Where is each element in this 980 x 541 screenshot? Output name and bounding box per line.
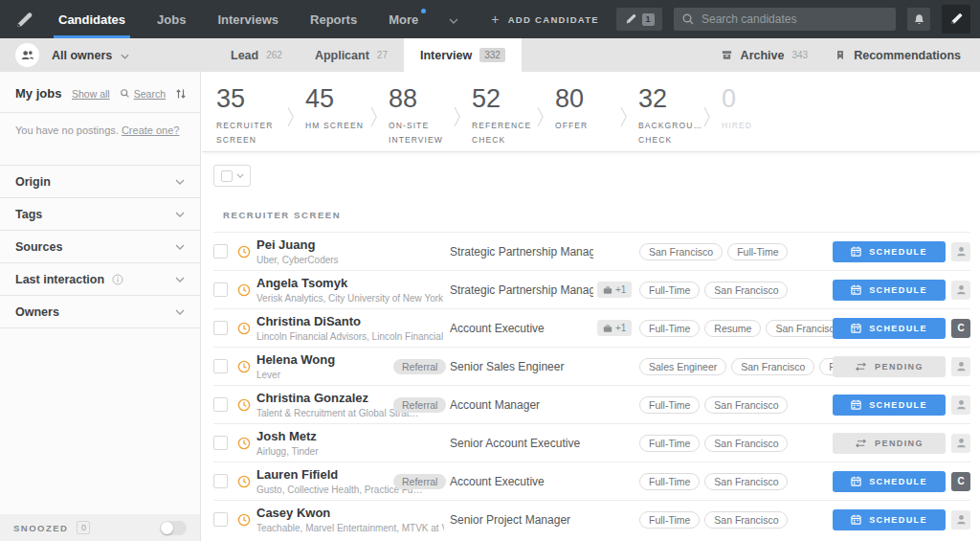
referral-badge: Referral	[393, 397, 446, 413]
calendar-icon	[851, 323, 861, 333]
stage-recruiter-screen[interactable]: 35 RECRUITER SCREEN	[202, 72, 291, 151]
bell-icon	[913, 13, 925, 26]
schedule-button[interactable]: SCHEDULE	[833, 241, 946, 262]
stage-offer[interactable]: 80 OFFER	[541, 72, 624, 151]
snoozed-label: SNOOZED	[13, 523, 68, 533]
calendar-icon	[851, 476, 861, 486]
sidebar-section-sources[interactable]: Sources	[0, 231, 200, 263]
stage-name: OFFER	[555, 119, 624, 133]
topnav-actions: + ADD CANDIDATE 1	[485, 5, 970, 34]
row-checkbox[interactable]	[213, 397, 228, 412]
sidebar: My jobs Show all Search You have no post…	[0, 72, 201, 541]
stage-count: 52	[472, 84, 541, 114]
archive-button[interactable]: Archive 343	[721, 49, 809, 62]
schedule-button[interactable]: SCHEDULE	[833, 280, 946, 301]
row-actions: SCHEDULE	[833, 394, 970, 416]
stage-backgrou-check[interactable]: 32 BACKGROU… CHECK	[624, 72, 707, 151]
candidate-name[interactable]: Pei Juang	[256, 237, 444, 252]
candidate-name[interactable]: Christina DiSanto	[256, 314, 444, 328]
recommendations-button[interactable]: Recommendations	[835, 49, 961, 62]
sidebar-section-owners[interactable]: Owners	[0, 296, 200, 328]
row-avatar[interactable]	[951, 395, 970, 415]
sidebar-section-last-interaction[interactable]: Last interaction	[0, 263, 200, 296]
schedule-button[interactable]: SCHEDULE	[833, 471, 946, 492]
calendar-icon	[851, 284, 861, 295]
schedule-button[interactable]: SCHEDULE	[833, 318, 946, 339]
row-avatar[interactable]	[951, 434, 970, 453]
row-avatar[interactable]: C	[951, 472, 970, 491]
stage-hired[interactable]: 0 HIRED	[707, 72, 980, 151]
candidate-name[interactable]: Angela Tsomyk	[256, 276, 444, 290]
tag-pill: Full-Time	[639, 435, 700, 452]
search-candidates-input[interactable]	[674, 8, 896, 31]
select-all-control[interactable]	[213, 165, 251, 187]
nav-item-jobs[interactable]: Jobs	[154, 0, 189, 38]
row-checkbox[interactable]	[213, 512, 228, 527]
nav-item-label: Candidates	[58, 12, 125, 27]
stage-hm-screen[interactable]: 45 HM SCREEN	[291, 72, 374, 151]
pending-button[interactable]: PENDING	[833, 433, 946, 454]
candidate-row: Angela Tsomyk Verisk Analytics, City Uni…	[213, 270, 970, 308]
people-icon	[15, 43, 39, 67]
create-one-link[interactable]: Create one?	[122, 124, 180, 136]
stage-on-site-interview[interactable]: 88 ON-SITE INTERVIEW	[374, 72, 457, 151]
candidate-name[interactable]: Josh Metz	[256, 429, 444, 443]
row-checkbox[interactable]	[213, 321, 228, 335]
row-avatar[interactable]: C	[951, 319, 970, 338]
row-avatar[interactable]	[951, 357, 970, 376]
chevron-down-icon	[121, 54, 129, 59]
add-candidate-button[interactable]: + ADD CANDIDATE	[485, 11, 605, 27]
pending-button[interactable]: PENDING	[833, 356, 946, 377]
tab-applicant[interactable]: Applicant 27	[299, 38, 404, 72]
row-checkbox[interactable]	[213, 474, 228, 488]
select-all-checkbox[interactable]	[221, 170, 233, 182]
sort-icon[interactable]	[175, 88, 187, 100]
candidate-row: Christina Gonzalez Talent & Recruitment …	[213, 385, 970, 423]
row-avatar[interactable]	[951, 510, 970, 530]
clock-status-icon	[237, 283, 251, 297]
candidate-identity: Casey Kwon Teachable, Marvel Entertainme…	[256, 506, 444, 533]
row-avatar[interactable]	[951, 281, 970, 300]
action-label: SCHEDULE	[869, 247, 927, 257]
show-all-link[interactable]: Show all	[72, 88, 110, 100]
nav-item-candidates[interactable]: Candidates	[56, 0, 128, 38]
nav-item-reports[interactable]: Reports	[307, 0, 360, 38]
row-checkbox[interactable]	[213, 359, 228, 373]
schedule-button[interactable]: SCHEDULE	[833, 394, 946, 416]
tag-list: San FranciscoFull-Time	[639, 243, 833, 260]
row-checkbox[interactable]	[213, 244, 228, 259]
tab-lead[interactable]: Lead 262	[214, 38, 299, 72]
clock-status-icon	[237, 245, 251, 259]
schedule-button[interactable]: SCHEDULE	[833, 509, 946, 530]
pipeline-stages: 35 RECRUITER SCREEN 45 HM SCREEN 88 ON-S…	[202, 72, 980, 152]
jobs-search-link[interactable]: Search	[120, 88, 166, 100]
plus-icon: +	[491, 11, 500, 27]
row-avatar[interactable]	[951, 242, 970, 261]
sidebar-section-origin[interactable]: Origin	[0, 166, 200, 198]
stage-count: 35	[216, 84, 291, 114]
stage-reference-check[interactable]: 52 REFERENCE CHECK	[457, 72, 541, 151]
quick-note-button[interactable]	[942, 5, 970, 34]
candidate-row: Pei Juang Uber, CyberCoders Strategic Pa…	[213, 232, 970, 270]
candidate-name[interactable]: Casey Kwon	[256, 506, 444, 520]
tag-list: Full-TimeSan Francisco	[639, 435, 833, 452]
more-caret-icon[interactable]	[449, 18, 458, 24]
stage-separator-icon	[370, 106, 378, 127]
notifications-button[interactable]	[907, 8, 930, 31]
row-actions: PENDING	[833, 356, 970, 377]
row-checkbox[interactable]	[213, 436, 228, 450]
row-checkbox[interactable]	[213, 282, 228, 297]
briefcase-count: +1	[615, 323, 626, 333]
nav-item-more[interactable]: More	[386, 0, 421, 38]
snoozed-toggle[interactable]	[160, 521, 187, 535]
notification-dot	[421, 9, 426, 13]
compose-button[interactable]: 1	[616, 8, 662, 31]
nav-item-interviews[interactable]: Interviews	[214, 0, 281, 38]
tab-interview[interactable]: Interview 332	[404, 38, 522, 72]
owners-filter[interactable]: All owners	[0, 38, 201, 72]
person-icon	[955, 398, 968, 411]
tag-pill: San Francisco	[704, 396, 788, 414]
sidebar-section-tags[interactable]: Tags	[0, 198, 200, 231]
tag-pill: San Francisco	[704, 282, 788, 299]
lever-logo-icon[interactable]	[11, 7, 36, 32]
